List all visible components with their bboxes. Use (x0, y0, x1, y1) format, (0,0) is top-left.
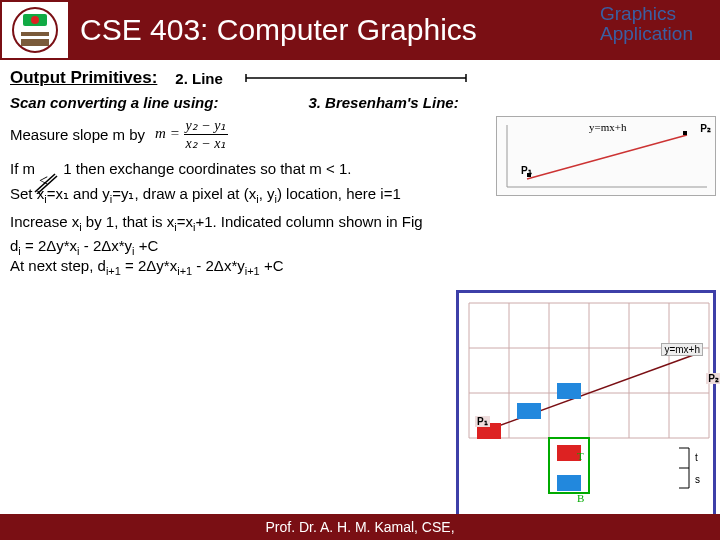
page-title: CSE 403: Computer Graphics (70, 13, 477, 47)
label-ymxb-fig2: y=mx+h (661, 343, 703, 356)
institution-logo-icon (11, 6, 59, 54)
line-segment-icon (241, 72, 471, 84)
label-s: s (695, 474, 700, 485)
figure-line-diagram: y=mx+h P₁ P₂ (496, 116, 716, 196)
label-p2: P₂ (700, 123, 711, 134)
top-tag-line2: Application (600, 23, 693, 44)
label-p1-fig2: P₁ (475, 416, 490, 427)
heading-line: 2. Line (175, 70, 223, 87)
slope-formula: m = y₂ − y₁ x₂ − x₁ (155, 117, 228, 152)
label-T: T (577, 450, 584, 462)
svg-rect-34 (557, 475, 581, 491)
logo-box (0, 0, 70, 60)
svg-rect-5 (21, 36, 49, 39)
svg-point-2 (31, 16, 39, 24)
footer: Prof. Dr. A. H. M. Kamal, CSE, (0, 514, 720, 540)
label-t: t (695, 452, 698, 463)
footer-text: Prof. Dr. A. H. M. Kamal, CSE, (265, 519, 454, 535)
heading-output-primitives: Output Primitives: (10, 68, 157, 88)
svg-rect-32 (557, 383, 581, 399)
text-measure-slope: Measure slope m by (10, 126, 145, 143)
svg-rect-16 (683, 131, 687, 135)
label-p2-fig2: P₂ (706, 373, 720, 384)
svg-line-14 (527, 135, 687, 179)
text-bresenham: 3. Bresenham's Line: (308, 94, 458, 111)
label-B: B (577, 492, 584, 504)
svg-rect-31 (517, 403, 541, 419)
label-p1: P₁ (521, 165, 532, 176)
svg-rect-4 (21, 28, 49, 32)
label-ymxh: y=mx+h (589, 121, 626, 133)
top-tag-line1: Graphics (600, 3, 676, 24)
text-scan-converting: Scan converting a line using: (10, 94, 218, 111)
figure-bresenham-grid: t s y=mx+h P₁ P₂ T B (456, 290, 716, 525)
bresenham-grid-icon: t s (459, 293, 719, 528)
text-di: di = 2Δy*xi - 2Δx*yi +C At next step, di… (10, 237, 710, 277)
text-increase-xi: Increase xi by 1, that is xi=xi+1. Indic… (10, 213, 710, 233)
top-right-tag: Graphics Application (600, 4, 720, 44)
